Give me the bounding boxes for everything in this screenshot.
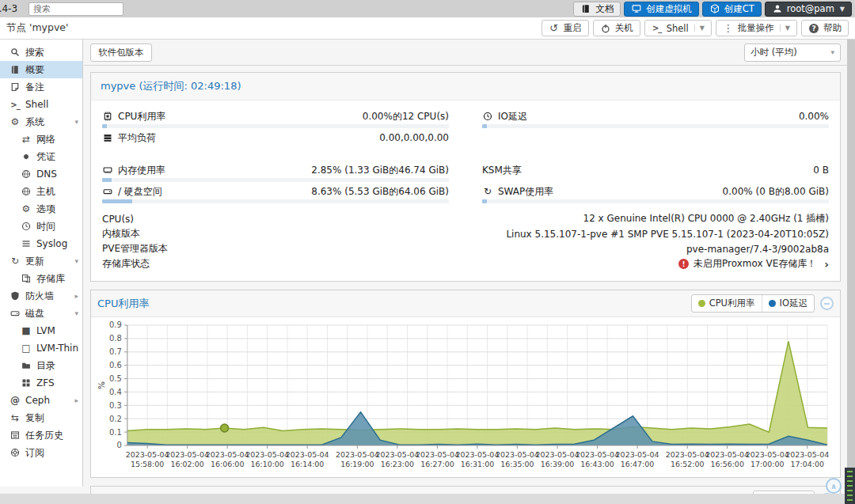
sidebar-item-label: 搜索 <box>25 46 44 59</box>
monitor-icon <box>631 4 642 13</box>
svg-text:0.2: 0.2 <box>109 415 122 423</box>
sidebar-item-label: Syslog <box>36 238 67 249</box>
sidebar-tree: 搜索概要备注>_Shell⚙系统▾⇄网络凭证DNS主机⚙选项时间Syslog↻更… <box>0 40 83 487</box>
svg-text:2023-05-04: 2023-05-04 <box>616 450 659 459</box>
info-label: 存储库状态 <box>102 257 150 271</box>
stat-label: KSM共享 <box>482 164 522 177</box>
chevron-down-icon: ▾ <box>74 118 78 126</box>
sidebar-item-firewall[interactable]: 防火墙▸ <box>0 287 82 305</box>
time-range-value: 小时 (平均) <box>750 47 797 59</box>
svg-text:0.9: 0.9 <box>109 320 122 329</box>
sidebar-item-search[interactable]: 搜索 <box>0 44 82 61</box>
create-ct-button[interactable]: 创建CT <box>702 2 762 17</box>
svg-text:16:10:00: 16:10:00 <box>250 460 283 468</box>
square-o-icon: □ <box>20 343 32 354</box>
time-range-select[interactable]: 小时 (平均) ▾ <box>744 44 841 62</box>
shutdown-button[interactable]: 关机 <box>593 20 640 36</box>
cpu-usage-chart: 00.10.20.30.40.50.60.70.80.9%2023-05-041… <box>91 317 840 477</box>
restart-button[interactable]: ↺重启 <box>542 20 589 36</box>
svg-text:2023-05-04: 2023-05-04 <box>375 450 419 459</box>
shield-icon <box>9 291 21 301</box>
content-toolbar: 软件包版本 小时 (平均) ▾ <box>84 40 847 66</box>
hdd-icon <box>102 187 113 196</box>
terminal-icon: >_ <box>9 100 21 109</box>
refresh-icon: ↻ <box>9 256 21 267</box>
sidebar-item-label: 订阅 <box>25 446 44 460</box>
svg-text:16:56:00: 16:56:00 <box>710 460 743 468</box>
shell-button[interactable]: >_Shell▼ <box>644 20 712 36</box>
sidebar-item-certificates[interactable]: 凭证 <box>0 148 82 165</box>
sidebar-item-label: Ceph <box>25 395 50 406</box>
stat-value: 0.00% <box>799 111 829 122</box>
globe-icon <box>20 187 32 196</box>
sidebar-item-dns[interactable]: DNS <box>0 165 82 183</box>
bulk-actions-button[interactable]: ⋮批量操作▼ <box>716 20 797 36</box>
svg-text:2023-05-04: 2023-05-04 <box>286 450 329 459</box>
create-vm-button[interactable]: 创建虚拟机 <box>624 2 699 17</box>
collapse-panel-button[interactable] <box>820 297 834 310</box>
history-icon <box>9 430 21 440</box>
memory-icon <box>102 165 113 175</box>
help-button[interactable]: ?帮助 <box>801 20 849 36</box>
sidebar-item-time[interactable]: 时间 <box>0 218 82 235</box>
sidebar-item-label: 备注 <box>25 81 44 94</box>
global-search-input[interactable] <box>28 2 124 16</box>
sidebar-item-label: 防火墙 <box>25 290 54 303</box>
stat-row: IO延迟 0.00% <box>482 108 829 130</box>
cert-icon <box>20 152 32 161</box>
info-row: CPU(s)12 x Genuine Intel(R) CPU 0000 @ 2… <box>102 211 829 226</box>
sidebar-item-notes[interactable]: 备注 <box>0 78 82 96</box>
sidebar-item-label: Shell <box>25 99 48 110</box>
legend-dot-icon <box>769 300 776 307</box>
sidebar-item-updates[interactable]: ↻更新▾ <box>0 252 82 270</box>
sidebar-item-summary[interactable]: 概要 <box>0 61 82 78</box>
sidebar-item-hosts[interactable]: 主机 <box>0 183 82 200</box>
legend-item[interactable]: IO延迟 <box>762 295 814 312</box>
sidebar-item-ceph[interactable]: @Ceph▸ <box>0 392 82 409</box>
sidebar-item-zfs[interactable]: ZFS <box>0 374 82 392</box>
sidebar-item-lvm-thin[interactable]: □LVM-Thin <box>0 339 82 357</box>
svg-text:0.7: 0.7 <box>109 347 122 356</box>
stat-row: 平均负荷 0.00,0.00,0.00 <box>102 130 449 151</box>
sidebar-item-disks[interactable]: 磁盘▾ <box>0 305 82 322</box>
chevron-right-icon: ▸ <box>74 396 78 404</box>
chevron-down-icon: ▾ <box>74 257 78 265</box>
svg-text:16:52:00: 16:52:00 <box>671 460 704 468</box>
folder-icon <box>20 361 32 370</box>
cpu-usage-section: CPU利用率 CPU利用率IO延迟 00.10.20.30.40.50.60.7… <box>90 290 841 478</box>
chevron-right-icon[interactable]: › <box>824 258 829 271</box>
scroll-to-top-button[interactable]: ∧ <box>826 478 842 494</box>
info-label: CPU(s) <box>102 214 134 225</box>
stat-value: 0.00% (0 B的8.00 GiB) <box>723 185 829 199</box>
globe-icon <box>20 169 32 179</box>
sidebar-item-replication[interactable]: ⇆复制 <box>0 409 82 426</box>
documentation-button[interactable]: 文档 <box>573 2 621 17</box>
svg-text:2023-05-04: 2023-05-04 <box>666 450 709 459</box>
repo-warning-text: 未启用Proxmox VE存储库！ <box>694 257 816 271</box>
sidebar-item-system[interactable]: ⚙系统▾ <box>0 113 82 131</box>
svg-text:2023-05-04: 2023-05-04 <box>336 450 379 459</box>
sidebar-item-directory[interactable]: 目录 <box>0 357 82 374</box>
vertical-scrollbar[interactable] <box>847 40 855 494</box>
note-icon <box>9 82 21 92</box>
grid-icon <box>20 378 32 388</box>
svg-text:16:31:00: 16:31:00 <box>461 460 494 468</box>
user-menu-button[interactable]: root@pam▼ <box>765 2 852 17</box>
sidebar-item-options[interactable]: ⚙选项 <box>0 200 82 218</box>
package-versions-button[interactable]: 软件包版本 <box>90 44 152 62</box>
sidebar-item-subscription[interactable]: 订阅 <box>0 444 82 461</box>
overview-panel-title: mypve (运行时间: 02:49:18) <box>91 73 840 100</box>
stat-value: 8.63% (5.53 GiB的64.06 GiB) <box>311 185 449 199</box>
sidebar-item-lvm[interactable]: ■LVM <box>0 322 82 339</box>
sidebar-item-repositories[interactable]: 存储库 <box>0 270 82 287</box>
sidebar-item-network[interactable]: ⇄网络 <box>0 131 82 148</box>
sidebar-item-shell[interactable]: >_Shell <box>0 96 82 113</box>
cpu-icon <box>102 112 113 121</box>
sidebar-item-label: 任务历史 <box>25 429 63 442</box>
legend-item[interactable]: CPU利用率 <box>692 295 762 312</box>
svg-text:16:14:00: 16:14:00 <box>291 460 324 468</box>
svg-text:0.3: 0.3 <box>109 401 122 410</box>
sidebar-item-syslog[interactable]: Syslog <box>0 235 82 252</box>
sidebar-item-task-history[interactable]: 任务历史 <box>0 426 82 444</box>
sidebar-item-label: DNS <box>36 169 57 180</box>
